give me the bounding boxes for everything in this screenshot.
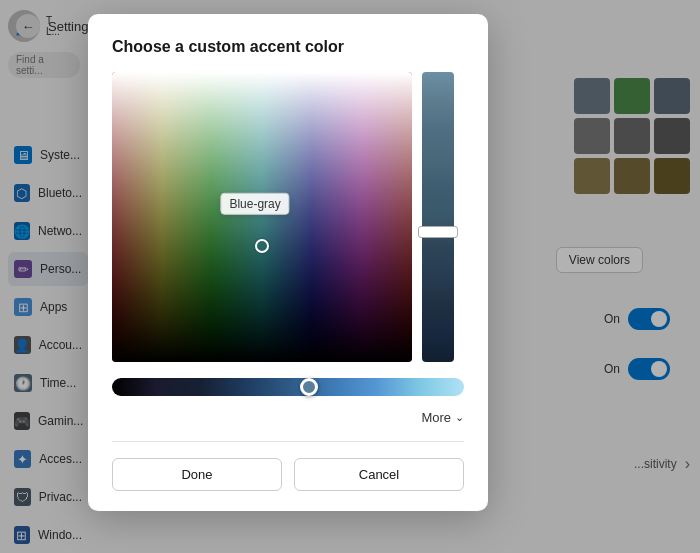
dialog-title: Choose a custom accent color	[112, 38, 464, 56]
hue-slider-handle[interactable]	[418, 226, 458, 238]
more-label: More	[421, 410, 451, 425]
hue-slider-horizontal[interactable]	[112, 378, 464, 396]
hue-slider-vertical[interactable]	[422, 72, 454, 362]
hue-slider-h-handle[interactable]	[300, 378, 318, 396]
tooltip-text: Blue-gray	[229, 197, 280, 211]
color-tooltip: Blue-gray	[220, 193, 289, 215]
black-gradient	[112, 72, 412, 362]
color-picker-dialog: Choose a custom accent color Blue-gray M…	[88, 14, 488, 511]
picker-cursor[interactable]	[255, 239, 269, 253]
dialog-footer: Done Cancel	[112, 441, 464, 491]
cancel-button[interactable]: Cancel	[294, 458, 464, 491]
chevron-down-icon: ⌄	[455, 411, 464, 424]
done-button[interactable]: Done	[112, 458, 282, 491]
more-row[interactable]: More ⌄	[112, 410, 464, 425]
color-gradient-area[interactable]: Blue-gray	[112, 72, 412, 362]
picker-container: Blue-gray	[112, 72, 464, 362]
